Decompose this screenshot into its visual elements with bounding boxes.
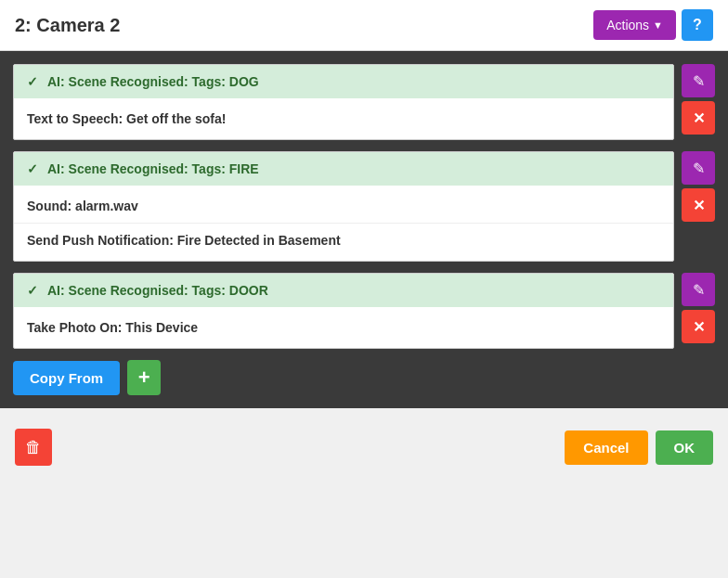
rule-body-fire: AI: Scene Recognised: Tags: FIRE Sound: … [13,151,674,262]
delete-rule-fire-button[interactable]: ✕ [682,188,715,222]
edit-rule-door-button[interactable]: ✎ [682,273,715,306]
check-icon-dog [27,74,42,89]
rule-condition-dog: AI: Scene Recognised: Tags: DOG [14,65,673,98]
rule-condition-door: AI: Scene Recognised: Tags: DOOR [14,274,673,307]
edit-rule-dog-button[interactable]: ✎ [682,64,715,97]
rule-side-buttons-dog: ✎ ✕ [682,64,715,140]
rule-card-fire: AI: Scene Recognised: Tags: FIRE Sound: … [13,151,715,262]
rule-condition-text-door: AI: Scene Recognised: Tags: DOOR [47,283,268,298]
pencil-icon: ✎ [693,72,705,90]
main-bottom-bar: Copy From + [13,360,715,395]
help-button[interactable]: ? [682,9,713,41]
footer: 🗑 Cancel OK [0,417,728,477]
x-icon: ✕ [693,197,705,214]
rule-condition-text-fire: AI: Scene Recognised: Tags: FIRE [47,161,259,176]
rule-side-buttons-door: ✎ ✕ [682,273,715,349]
rule-action-item: Send Push Notification: Fire Detected in… [14,224,673,257]
trash-icon: 🗑 [25,438,42,457]
rule-body-door: AI: Scene Recognised: Tags: DOOR Take Ph… [13,273,674,349]
cancel-button[interactable]: Cancel [565,430,647,465]
page-title: 2: Camera 2 [15,15,120,36]
rule-body-dog: AI: Scene Recognised: Tags: DOG Text to … [13,64,674,140]
actions-label: Actions [606,18,649,32]
ok-button[interactable]: OK [656,430,714,465]
rule-action-item: Text to Speech: Get off the sofa! [14,102,673,135]
rule-action-item: Take Photo On: This Device [14,311,673,344]
actions-button[interactable]: Actions ▼ [593,10,676,40]
pencil-icon: ✎ [693,281,705,299]
rule-condition-fire: AI: Scene Recognised: Tags: FIRE [14,152,673,186]
copy-from-button[interactable]: Copy From [13,361,120,395]
delete-rule-door-button[interactable]: ✕ [682,310,715,343]
rule-actions-fire: Sound: alarm.wav Send Push Notification:… [14,186,673,261]
x-icon: ✕ [693,318,705,336]
footer-right: Cancel OK [565,430,713,465]
rule-actions-dog: Text to Speech: Get off the sofa! [14,98,673,139]
delete-rule-dog-button[interactable]: ✕ [682,101,715,135]
edit-rule-fire-button[interactable]: ✎ [682,151,715,185]
x-icon: ✕ [693,109,705,127]
chevron-down-icon: ▼ [653,19,663,31]
rule-card-dog: AI: Scene Recognised: Tags: DOG Text to … [13,64,715,140]
check-icon-door [27,283,42,298]
rule-condition-text-dog: AI: Scene Recognised: Tags: DOG [47,74,259,89]
pencil-icon: ✎ [693,160,705,177]
check-icon-fire [27,161,42,176]
main-content: AI: Scene Recognised: Tags: DOG Text to … [0,51,728,408]
header: 2: Camera 2 Actions ▼ ? [0,0,728,51]
add-rule-button[interactable]: + [127,360,161,395]
trash-button[interactable]: 🗑 [15,429,52,466]
rule-side-buttons-fire: ✎ ✕ [682,151,715,262]
rule-card-door: AI: Scene Recognised: Tags: DOOR Take Ph… [13,273,715,349]
rule-actions-door: Take Photo On: This Device [14,307,673,348]
rule-action-item: Sound: alarm.wav [14,189,673,224]
header-actions: Actions ▼ ? [593,9,713,41]
